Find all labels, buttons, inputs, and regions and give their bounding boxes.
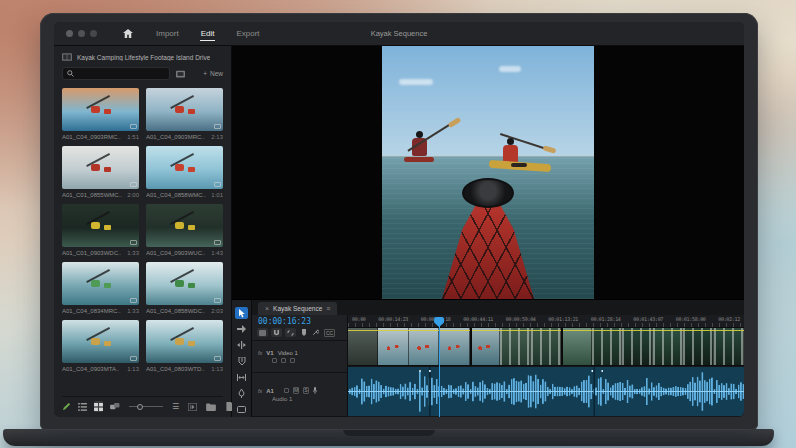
- timeline-tracks[interactable]: 00:0000:00:14:2300:00:29:1800:00:44:1100…: [348, 315, 744, 417]
- search-icon: [67, 70, 74, 77]
- audio-track-header[interactable]: fx A1 M S: [252, 373, 347, 417]
- clip-name: A01_C01_0855WMC..: [62, 192, 122, 198]
- filmstrip-frame: [622, 328, 652, 365]
- program-monitor[interactable]: [232, 46, 744, 299]
- clip-edit-point[interactable]: [561, 328, 563, 365]
- clip-name: A01_C04_0903MRC..: [146, 134, 205, 140]
- clip-thumbnail[interactable]: [146, 204, 223, 247]
- clip-thumbnail[interactable]: [146, 146, 223, 189]
- list-view-icon[interactable]: [78, 401, 87, 412]
- clip-cell[interactable]: A01_C01_0855WMC.. 2:00: [62, 146, 139, 198]
- grid-view-icon[interactable]: [94, 401, 103, 412]
- audio-waveform: [348, 367, 744, 416]
- timeline-ruler[interactable]: 00:0000:00:14:2300:00:29:1800:00:44:1100…: [348, 315, 744, 328]
- kayak-cockpit: [511, 163, 527, 167]
- toggle-sync-lock-icon[interactable]: [281, 358, 286, 363]
- razor-tool[interactable]: [235, 355, 248, 367]
- thumb-art-subject: [175, 280, 184, 287]
- sequence-tab[interactable]: × Kayak Sequence ≡: [258, 302, 337, 315]
- minimize-window-icon[interactable]: [78, 30, 85, 37]
- solo-toggle[interactable]: S: [303, 387, 309, 394]
- video-track-header[interactable]: fx V1 Video 1: [252, 341, 347, 373]
- timeline-tab-row: × Kayak Sequence ≡: [252, 300, 744, 315]
- kayaker-right: [503, 145, 518, 163]
- clip-cell[interactable]: A01_C04_0858WDC.. 2:03: [146, 262, 223, 314]
- clip-cell[interactable]: A01_C04_0834MRC.. 1:33: [62, 262, 139, 314]
- home-button[interactable]: [123, 29, 133, 38]
- thumb-art-subject: [175, 106, 184, 113]
- new-bin-icon[interactable]: [205, 401, 217, 412]
- playhead-timecode[interactable]: 00:00:16:23: [252, 315, 347, 327]
- clip-thumbnail[interactable]: [62, 88, 139, 131]
- edit-pencil-icon[interactable]: [62, 401, 71, 412]
- automate-to-sequence-icon[interactable]: [186, 401, 198, 412]
- nav-item-import[interactable]: Import: [155, 27, 180, 41]
- audio-track[interactable]: [348, 366, 744, 417]
- zoom-window-icon[interactable]: [90, 30, 97, 37]
- toggle-track-output-icon[interactable]: [272, 358, 277, 363]
- captions-badge[interactable]: CC: [324, 329, 335, 337]
- right-column: × Kayak Sequence ≡ 00:00:16:23: [232, 46, 744, 417]
- ruler-ticks: [348, 323, 744, 327]
- ruler-label: 00:00:59:04: [506, 316, 536, 322]
- clip-duration: 1:33: [127, 308, 139, 314]
- nav-item-edit[interactable]: Edit: [200, 27, 216, 41]
- toggle-sync-lock-icon[interactable]: [284, 388, 289, 393]
- filmstrip-frame: [378, 328, 408, 365]
- thumbnail-zoom-slider[interactable]: [129, 406, 163, 407]
- toggle-track-lock-icon[interactable]: [290, 358, 295, 363]
- search-box[interactable]: [62, 67, 170, 80]
- clip-thumbnail[interactable]: [146, 262, 223, 305]
- marker-button[interactable]: [299, 329, 308, 336]
- pen-tool[interactable]: [235, 387, 248, 399]
- nav-item-export[interactable]: Export: [235, 27, 260, 41]
- freeform-view-icon[interactable]: [110, 401, 120, 412]
- clip-name: A01_C04_0858WMC..: [146, 192, 206, 198]
- clip-cell[interactable]: A01_C01_0903WDC.. 1:33: [62, 204, 139, 256]
- slider-knob[interactable]: [137, 404, 143, 410]
- panel-menu-icon[interactable]: ≡: [326, 305, 330, 312]
- opacity-rubber-band[interactable]: [348, 330, 744, 331]
- track-select-forward-tool[interactable]: [235, 323, 248, 335]
- clip-duration: 1:13: [211, 366, 223, 372]
- thumb-art-subject: [175, 222, 184, 229]
- clip-thumbnail[interactable]: [62, 146, 139, 189]
- kayak-hatch: [462, 178, 514, 208]
- playhead-line: [439, 325, 440, 417]
- clip-cell[interactable]: A01_C04_0903MTA.. 1:13: [62, 320, 139, 372]
- linked-selection-toggle[interactable]: [285, 328, 296, 337]
- mute-toggle[interactable]: M: [293, 387, 299, 394]
- clip-cell[interactable]: A01_C04_0903RMC.. 1:51: [62, 88, 139, 140]
- type-tool[interactable]: [235, 403, 248, 415]
- track-headers: 00:00:16:23 CC: [252, 315, 348, 417]
- clip-cell[interactable]: A01_C04_0903WUC.. 1:43: [146, 204, 223, 256]
- clip-cell[interactable]: A01_C04_0903MRC.. 2:13: [146, 88, 223, 140]
- close-icon[interactable]: ×: [265, 305, 269, 312]
- search-input[interactable]: [77, 70, 165, 77]
- clip-meta: A01_C04_0903WUC.. 1:43: [146, 250, 223, 256]
- filter-bin-icon[interactable]: [176, 70, 185, 78]
- sort-menu-icon[interactable]: ☰: [172, 401, 179, 412]
- new-button[interactable]: + New: [203, 70, 223, 77]
- clip-cell[interactable]: A01_C04_0803WTD.. 1:13: [146, 320, 223, 372]
- snap-toggle[interactable]: [271, 328, 282, 337]
- clip-thumbnail[interactable]: [62, 320, 139, 363]
- close-window-icon[interactable]: [66, 30, 73, 37]
- clip-thumbnail[interactable]: [62, 204, 139, 247]
- voiceover-mic-icon[interactable]: [313, 387, 317, 394]
- ripple-edit-tool[interactable]: [235, 339, 248, 351]
- video-track-name: Video 1: [278, 350, 298, 356]
- selection-tool[interactable]: [235, 307, 248, 319]
- timeline-settings-wrench-icon[interactable]: [311, 329, 320, 336]
- clip-edit-point[interactable]: [470, 328, 472, 365]
- slip-tool[interactable]: [235, 371, 248, 383]
- clip-thumbnail[interactable]: [146, 320, 223, 363]
- clip-cell[interactable]: A01_C04_0858WMC.. 1:01: [146, 146, 223, 198]
- video-track[interactable]: [348, 328, 744, 366]
- nest-toggle[interactable]: [257, 328, 268, 337]
- clip-thumbnail[interactable]: [62, 262, 139, 305]
- video-track-toggles: [272, 358, 341, 363]
- sequence-tab-label: Kayak Sequence: [273, 305, 322, 312]
- timeline-main: × Kayak Sequence ≡ 00:00:16:23: [252, 300, 744, 417]
- clip-thumbnail[interactable]: [146, 88, 223, 131]
